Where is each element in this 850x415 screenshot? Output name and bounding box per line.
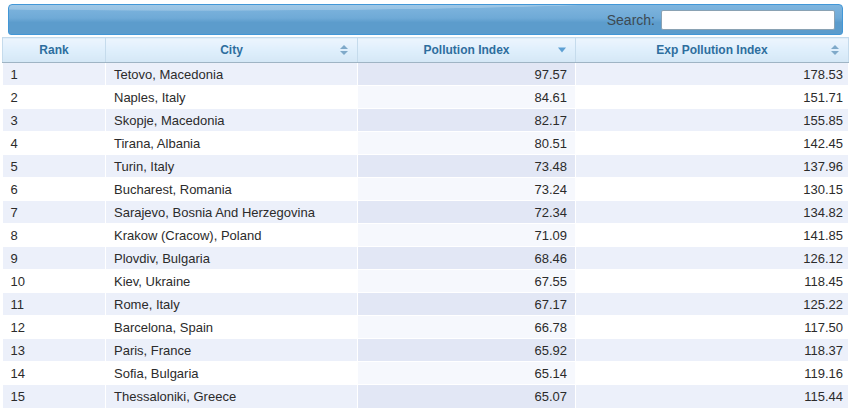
table-row: 7Sarajevo, Bosnia And Herzegovina72.3413… <box>3 201 849 224</box>
cell-city: Bucharest, Romania <box>106 178 358 201</box>
cell-city: Sarajevo, Bosnia And Herzegovina <box>106 201 358 224</box>
cell-pollution-index: 73.48 <box>358 155 576 178</box>
cell-city: Paris, France <box>106 339 358 362</box>
table-row: 10Kiev, Ukraine67.55118.45 <box>3 270 849 293</box>
table-row: 3Skopje, Macedonia82.17155.85 <box>3 109 849 132</box>
table-row: 1Tetovo, Macedonia97.57178.53 <box>3 63 849 86</box>
column-header-rank[interactable]: Rank <box>3 38 106 63</box>
column-header-pollution-index[interactable]: Pollution Index <box>358 38 576 63</box>
cell-city: Barcelona, Spain <box>106 316 358 339</box>
table-header-row: RankCityPollution IndexExp Pollution Ind… <box>3 38 849 63</box>
sort-descending-icon <box>557 48 566 53</box>
table-row: 9Plovdiv, Bulgaria68.46126.12 <box>3 247 849 270</box>
cell-pollution-index: 72.34 <box>358 201 576 224</box>
cell-pollution-index: 80.51 <box>358 132 576 155</box>
column-header-city[interactable]: City <box>106 38 358 63</box>
table-row: 14Sofia, Bulgaria65.14119.16 <box>3 362 849 385</box>
cell-city: Tetovo, Macedonia <box>106 63 358 86</box>
cell-city: Thessaloniki, Greece <box>106 385 358 408</box>
cell-pollution-index: 82.17 <box>358 109 576 132</box>
cell-pollution-index: 66.78 <box>358 316 576 339</box>
pollution-index-table-wrap: RankCityPollution IndexExp Pollution Ind… <box>2 37 848 408</box>
cell-exp-pollution-index: 125.22 <box>576 293 849 316</box>
cell-rank: 6 <box>3 178 106 201</box>
cell-rank: 8 <box>3 224 106 247</box>
column-header-label: Rank <box>39 43 68 57</box>
cell-exp-pollution-index: 118.37 <box>576 339 849 362</box>
cell-city: Turin, Italy <box>106 155 358 178</box>
table-row: 15Thessaloniki, Greece65.07115.44 <box>3 385 849 408</box>
column-header-label: City <box>220 43 243 57</box>
cell-pollution-index: 68.46 <box>358 247 576 270</box>
cell-exp-pollution-index: 119.16 <box>576 362 849 385</box>
cell-rank: 13 <box>3 339 106 362</box>
cell-exp-pollution-index: 118.45 <box>576 270 849 293</box>
column-header-label: Pollution Index <box>424 43 510 57</box>
cell-exp-pollution-index: 126.12 <box>576 247 849 270</box>
table-row: 2Naples, Italy84.61151.71 <box>3 86 849 109</box>
table-row: 5Turin, Italy73.48137.96 <box>3 155 849 178</box>
cell-pollution-index: 67.17 <box>358 293 576 316</box>
table-row: 13Paris, France65.92118.37 <box>3 339 849 362</box>
cell-exp-pollution-index: 117.50 <box>576 316 849 339</box>
cell-city: Krakow (Cracow), Poland <box>106 224 358 247</box>
cell-pollution-index: 67.55 <box>358 270 576 293</box>
cell-rank: 10 <box>3 270 106 293</box>
cell-exp-pollution-index: 141.85 <box>576 224 849 247</box>
cell-rank: 3 <box>3 109 106 132</box>
cell-rank: 11 <box>3 293 106 316</box>
cell-exp-pollution-index: 151.71 <box>576 86 849 109</box>
cell-city: Skopje, Macedonia <box>106 109 358 132</box>
cell-city: Sofia, Bulgaria <box>106 362 358 385</box>
cell-rank: 1 <box>3 63 106 86</box>
cell-exp-pollution-index: 134.82 <box>576 201 849 224</box>
sort-unsorted-icon <box>339 45 348 55</box>
pollution-index-table: RankCityPollution IndexExp Pollution Ind… <box>2 37 849 408</box>
table-toolbar: Search: <box>8 4 843 35</box>
column-header-exp-pollution-index[interactable]: Exp Pollution Index <box>576 38 849 63</box>
cell-city: Plovdiv, Bulgaria <box>106 247 358 270</box>
table-row: 6Bucharest, Romania73.24130.15 <box>3 178 849 201</box>
cell-rank: 7 <box>3 201 106 224</box>
cell-exp-pollution-index: 178.53 <box>576 63 849 86</box>
cell-exp-pollution-index: 155.85 <box>576 109 849 132</box>
cell-pollution-index: 97.57 <box>358 63 576 86</box>
cell-exp-pollution-index: 115.44 <box>576 385 849 408</box>
cell-pollution-index: 73.24 <box>358 178 576 201</box>
cell-pollution-index: 65.07 <box>358 385 576 408</box>
search-label: Search: <box>607 12 655 28</box>
cell-rank: 4 <box>3 132 106 155</box>
table-row: 8Krakow (Cracow), Poland71.09141.85 <box>3 224 849 247</box>
cell-rank: 5 <box>3 155 106 178</box>
cell-city: Naples, Italy <box>106 86 358 109</box>
cell-exp-pollution-index: 137.96 <box>576 155 849 178</box>
cell-city: Rome, Italy <box>106 293 358 316</box>
cell-rank: 9 <box>3 247 106 270</box>
cell-pollution-index: 71.09 <box>358 224 576 247</box>
cell-city: Kiev, Ukraine <box>106 270 358 293</box>
cell-pollution-index: 84.61 <box>358 86 576 109</box>
cell-pollution-index: 65.92 <box>358 339 576 362</box>
cell-rank: 12 <box>3 316 106 339</box>
cell-exp-pollution-index: 142.45 <box>576 132 849 155</box>
column-header-label: Exp Pollution Index <box>656 43 767 57</box>
cell-rank: 15 <box>3 385 106 408</box>
cell-city: Tirana, Albania <box>106 132 358 155</box>
table-row: 4Tirana, Albania80.51142.45 <box>3 132 849 155</box>
cell-rank: 2 <box>3 86 106 109</box>
cell-exp-pollution-index: 130.15 <box>576 178 849 201</box>
table-row: 11Rome, Italy67.17125.22 <box>3 293 849 316</box>
sort-unsorted-icon <box>830 45 839 55</box>
cell-rank: 14 <box>3 362 106 385</box>
table-row: 12Barcelona, Spain66.78117.50 <box>3 316 849 339</box>
search-input[interactable] <box>661 10 835 30</box>
cell-pollution-index: 65.14 <box>358 362 576 385</box>
